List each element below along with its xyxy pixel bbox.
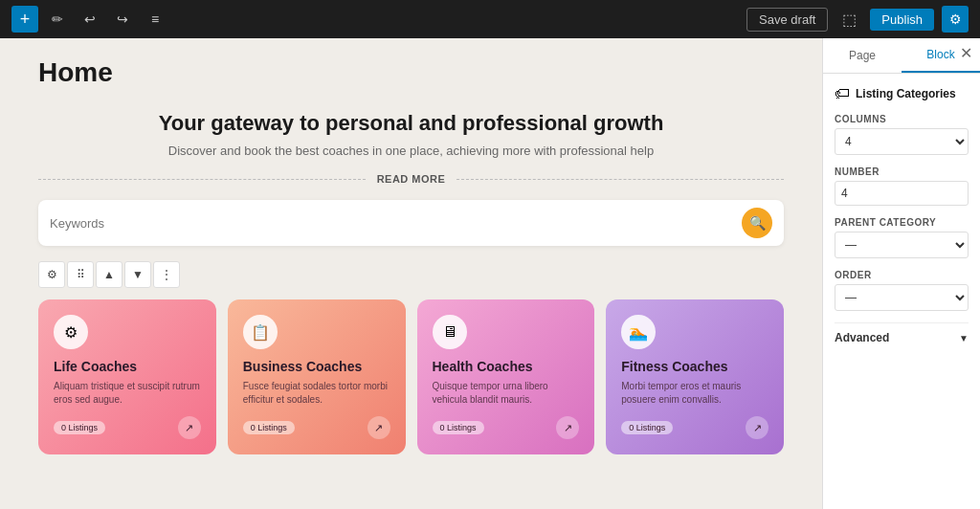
add-block-button[interactable]: +	[11, 6, 38, 33]
columns-label: COLUMNS	[835, 114, 969, 124]
life-coaches-badge: 0 Listings	[54, 421, 105, 434]
settings-button[interactable]: ⚙	[942, 6, 969, 33]
block-settings-button[interactable]: ⚙	[38, 261, 65, 288]
parent-category-section: PARENT CATEGORY —	[835, 217, 969, 258]
cards-grid: ⚙ Life Coaches Aliquam tristique et susc…	[38, 299, 784, 454]
read-more-row: READ MORE	[38, 173, 784, 185]
list-view-button[interactable]: ≡	[142, 6, 168, 33]
life-coaches-icon: ⚙	[54, 315, 88, 349]
business-coaches-badge: 0 Listings	[243, 421, 295, 434]
block-up-button[interactable]: ▲	[96, 261, 122, 288]
search-input[interactable]	[50, 216, 742, 231]
read-more-button[interactable]: READ MORE	[366, 173, 457, 185]
read-more-line-right	[457, 179, 784, 180]
fitness-coaches-desc: Morbi tempor eros et mauris posuere enim…	[621, 380, 768, 407]
block-down-button[interactable]: ▼	[124, 261, 151, 288]
search-button[interactable]: 🔍	[742, 208, 772, 238]
columns-section: COLUMNS 4 1 2 3	[835, 114, 969, 155]
right-panel: Page Block ✕ 🏷 Listing Categories COLUMN…	[822, 38, 980, 509]
block-more-button[interactable]: ⋮	[153, 261, 180, 288]
order-section: ORDER —	[835, 270, 969, 311]
toolbar: + ✏ ↩ ↪ ≡ Save draft ⬚ Publish ⚙	[0, 0, 980, 38]
health-coaches-icon: 🖥	[433, 315, 467, 349]
coach-card-life[interactable]: ⚙ Life Coaches Aliquam tristique et susc…	[38, 299, 216, 454]
search-bar-container: 🔍	[38, 200, 784, 246]
panel-close-button[interactable]: ✕	[960, 46, 972, 61]
advanced-label: Advanced	[835, 331, 889, 344]
panel-block-title: Listing Categories	[856, 87, 956, 100]
listing-categories-icon: 🏷	[835, 85, 850, 102]
editor-area: Home Your gateway to personal and profes…	[0, 38, 822, 509]
panel-block-header: 🏷 Listing Categories	[835, 85, 969, 102]
main-layout: Home Your gateway to personal and profes…	[0, 38, 980, 509]
chevron-down-icon: ▼	[959, 333, 969, 343]
advanced-section[interactable]: Advanced ▼	[835, 322, 969, 352]
panel-body: 🏷 Listing Categories COLUMNS 4 1 2 3 NUM…	[823, 74, 980, 364]
life-coaches-desc: Aliquam tristique et suscipit rutrum ero…	[54, 380, 201, 407]
health-coaches-desc: Quisque tempor urna libero vehicula blan…	[433, 380, 580, 407]
publish-button[interactable]: Publish	[870, 9, 934, 31]
order-label: ORDER	[835, 270, 969, 280]
business-coaches-icon: 📋	[243, 315, 278, 349]
redo-button[interactable]: ↪	[109, 6, 136, 33]
life-coaches-title: Life Coaches	[54, 359, 201, 374]
fitness-coaches-icon: 🏊	[621, 315, 656, 349]
block-controls: ⚙ ⠿ ▲ ▼ ⋮	[38, 261, 784, 288]
business-coaches-title: Business Coaches	[243, 359, 390, 374]
coach-card-business[interactable]: 📋 Business Coaches Fusce feugiat sodales…	[228, 299, 406, 454]
block-drag-button[interactable]: ⠿	[67, 261, 94, 288]
business-coaches-arrow: ↗	[368, 416, 390, 439]
fitness-coaches-footer: 0 Listings ↗	[621, 416, 768, 439]
life-coaches-arrow: ↗	[178, 416, 201, 439]
hero-section: Your gateway to personal and professiona…	[38, 111, 784, 158]
health-coaches-badge: 0 Listings	[433, 421, 484, 434]
page-title: Home	[38, 57, 784, 88]
toolbar-left: + ✏ ↩ ↪ ≡	[11, 6, 168, 33]
preview-button[interactable]: ⬚	[835, 6, 862, 33]
save-draft-button[interactable]: Save draft	[746, 8, 828, 32]
business-coaches-footer: 0 Listings ↗	[243, 416, 390, 439]
life-coaches-footer: 0 Listings ↗	[54, 416, 201, 439]
columns-select[interactable]: 4 1 2 3	[835, 128, 969, 155]
fitness-coaches-badge: 0 Listings	[621, 421, 673, 434]
hero-subtitle: Discover and book the best coaches in on…	[38, 144, 784, 158]
coach-card-fitness[interactable]: 🏊 Fitness Coaches Morbi tempor eros et m…	[606, 299, 784, 454]
health-coaches-title: Health Coaches	[433, 359, 580, 374]
hero-title: Your gateway to personal and professiona…	[38, 111, 784, 136]
edit-mode-button[interactable]: ✏	[44, 6, 71, 33]
undo-button[interactable]: ↩	[77, 6, 103, 33]
health-coaches-arrow: ↗	[556, 416, 579, 439]
tab-page[interactable]: Page	[823, 38, 902, 73]
toolbar-right: Save draft ⬚ Publish ⚙	[746, 6, 969, 33]
fitness-coaches-title: Fitness Coaches	[621, 359, 768, 374]
number-section: NUMBER	[835, 166, 969, 206]
business-coaches-desc: Fusce feugiat sodales tortor morbi effic…	[243, 380, 390, 407]
parent-category-label: PARENT CATEGORY	[835, 217, 969, 228]
read-more-line-left	[38, 179, 366, 180]
number-label: NUMBER	[835, 166, 969, 177]
coach-card-health[interactable]: 🖥 Health Coaches Quisque tempor urna lib…	[417, 299, 595, 454]
parent-category-select[interactable]: —	[835, 232, 969, 258]
number-input[interactable]	[835, 181, 969, 206]
panel-tabs: Page Block ✕	[823, 38, 980, 74]
health-coaches-footer: 0 Listings ↗	[433, 416, 580, 439]
order-select[interactable]: —	[835, 284, 969, 311]
fitness-coaches-arrow: ↗	[746, 416, 768, 439]
